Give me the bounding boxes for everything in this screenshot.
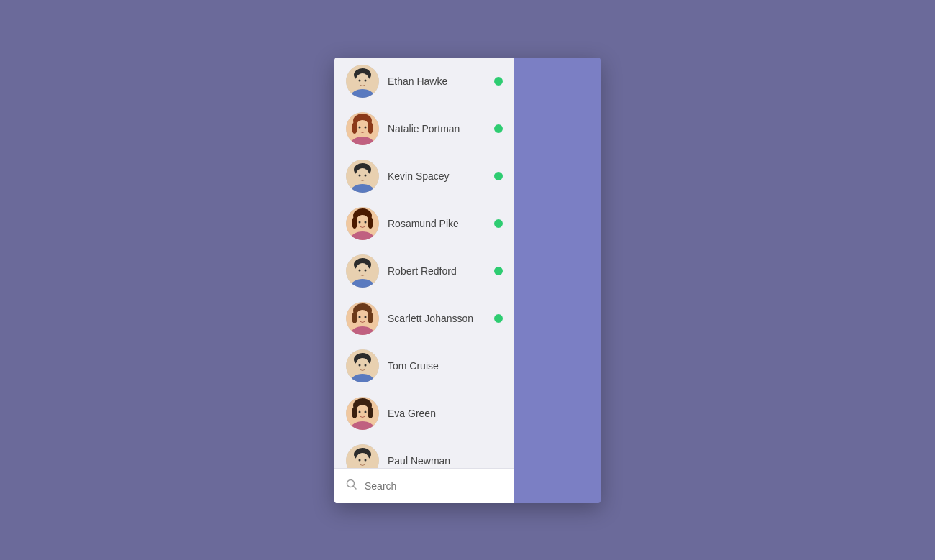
contact-item[interactable]: Kevin Spacey xyxy=(334,152,514,200)
avatar xyxy=(346,349,379,382)
svg-point-47 xyxy=(365,364,367,366)
svg-point-2 xyxy=(355,73,370,91)
contact-name: Scarlett Johansson xyxy=(388,313,494,324)
svg-point-55 xyxy=(365,410,367,413)
svg-point-18 xyxy=(359,174,361,176)
status-dot xyxy=(494,219,503,228)
left-panel: Ethan Hawke Natalie Portman Kevin Spacey xyxy=(334,58,514,503)
svg-point-23 xyxy=(352,217,357,229)
contact-name: Kevin Spacey xyxy=(388,170,494,182)
avatar xyxy=(346,444,379,468)
svg-point-10 xyxy=(368,122,373,134)
contact-item[interactable]: Rosamund Pike xyxy=(334,200,514,247)
svg-point-19 xyxy=(365,174,367,176)
search-icon xyxy=(346,479,357,493)
contact-item[interactable]: Paul Newman xyxy=(334,437,514,468)
svg-point-52 xyxy=(368,407,373,418)
search-input[interactable] xyxy=(365,480,503,492)
status-dot xyxy=(494,314,503,323)
svg-point-46 xyxy=(359,364,361,366)
svg-point-38 xyxy=(368,312,373,323)
contact-name: Eva Green xyxy=(388,408,494,419)
svg-point-27 xyxy=(365,221,367,223)
search-bar xyxy=(334,468,514,503)
avatar xyxy=(346,207,379,240)
svg-point-60 xyxy=(359,459,361,461)
avatar xyxy=(346,254,379,288)
status-dot xyxy=(494,267,503,275)
svg-point-40 xyxy=(359,316,361,318)
contact-name: Rosamund Pike xyxy=(388,218,494,229)
svg-point-16 xyxy=(355,168,370,185)
svg-point-36 xyxy=(355,310,370,327)
svg-point-41 xyxy=(365,316,367,318)
panel-container: Ethan Hawke Natalie Portman Kevin Spacey xyxy=(334,58,601,503)
svg-point-33 xyxy=(365,269,367,271)
svg-point-9 xyxy=(352,122,357,134)
avatar xyxy=(346,112,379,145)
avatar xyxy=(346,397,379,430)
svg-point-32 xyxy=(359,269,361,271)
contact-name: Ethan Hawke xyxy=(388,75,494,87)
svg-point-44 xyxy=(355,358,370,375)
svg-point-30 xyxy=(355,263,370,280)
svg-point-22 xyxy=(355,215,370,232)
svg-point-5 xyxy=(365,79,367,81)
svg-point-51 xyxy=(352,407,357,418)
svg-point-50 xyxy=(355,405,370,422)
status-dot xyxy=(494,172,503,180)
contacts-list: Ethan Hawke Natalie Portman Kevin Spacey xyxy=(334,58,514,468)
avatar xyxy=(346,160,379,193)
contact-name: Paul Newman xyxy=(388,455,494,467)
contact-item[interactable]: Tom Cruise xyxy=(334,342,514,390)
svg-point-24 xyxy=(368,217,373,229)
svg-point-26 xyxy=(359,221,361,223)
contact-item[interactable]: Ethan Hawke xyxy=(334,58,514,105)
avatar xyxy=(346,302,379,335)
svg-point-8 xyxy=(355,120,370,137)
contact-item[interactable]: Eva Green xyxy=(334,390,514,437)
contact-name: Natalie Portman xyxy=(388,123,494,134)
contact-item[interactable]: Natalie Portman xyxy=(334,105,514,152)
svg-point-61 xyxy=(365,459,367,461)
avatar xyxy=(346,65,379,98)
right-panel xyxy=(514,58,601,503)
contact-item[interactable]: Scarlett Johansson xyxy=(334,295,514,342)
svg-point-12 xyxy=(359,126,361,128)
contact-name: Tom Cruise xyxy=(388,360,494,372)
svg-point-37 xyxy=(352,312,357,323)
svg-point-4 xyxy=(359,79,361,81)
contact-item[interactable]: Robert Redford xyxy=(334,247,514,295)
svg-point-54 xyxy=(359,410,361,413)
status-dot xyxy=(494,124,503,133)
status-dot xyxy=(494,77,503,86)
contact-name: Robert Redford xyxy=(388,265,494,277)
svg-point-13 xyxy=(365,126,367,128)
svg-line-63 xyxy=(354,486,357,489)
